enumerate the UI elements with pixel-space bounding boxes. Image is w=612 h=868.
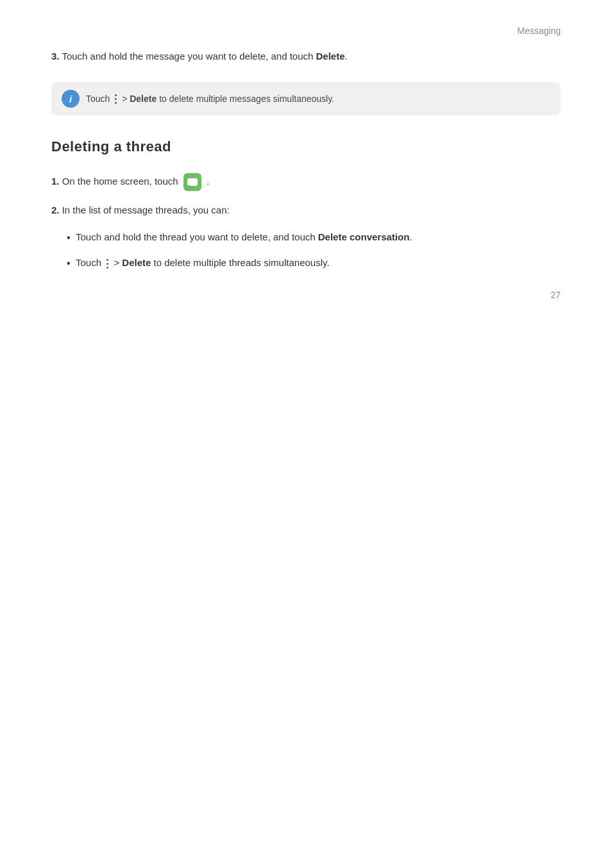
step-2: 2. In the list of message threads, you c… [51, 203, 561, 218]
info-text-middle: > [122, 94, 130, 104]
step-3-text-before: Touch and hold the message you want to d… [62, 51, 316, 62]
page-number: 27 [550, 290, 561, 300]
step-1-text-after: . [207, 176, 209, 187]
step-3: 3. Touch and hold the message you want t… [51, 49, 561, 64]
info-note-text: Touch > Delete to delete multiple messag… [86, 92, 334, 106]
bullet-1-bold: Delete conversation [318, 231, 410, 242]
step-3-text-after: . [345, 51, 348, 62]
bullet-2-text-after: to delete multiple threads simultaneousl… [151, 257, 329, 268]
bullet-2-text-middle: > [114, 257, 122, 268]
menu-dots-icon [115, 94, 117, 104]
info-bold: Delete [130, 94, 157, 104]
info-text-after: to delete multiple messages simultaneous… [157, 94, 334, 104]
section-title: Messaging [517, 26, 561, 36]
step-2-number: 2. [51, 204, 60, 215]
step-3-number: 3. [51, 51, 60, 62]
bullet-2-bold: Delete [122, 257, 151, 268]
deleting-thread-heading: Deleting a thread [51, 138, 561, 155]
menu-dots-icon-2 [106, 259, 108, 269]
step-2-text: In the list of message threads, you can: [62, 204, 230, 215]
step-1: 1. On the home screen, touch . [51, 173, 561, 191]
step-3-bold: Delete [316, 51, 345, 62]
info-text-before: Touch [86, 94, 110, 104]
bullet-item-2: Touch > Delete to delete multiple thread… [67, 255, 561, 271]
bullet-1-text-before: Touch and hold the thread you want to de… [76, 231, 318, 242]
bullet-1-text-after: . [409, 231, 412, 242]
messaging-app-icon [183, 173, 201, 191]
step-1-text-before: On the home screen, touch [62, 176, 178, 187]
bullet-2-text-before: Touch [76, 257, 101, 268]
step-1-number: 1. [51, 176, 60, 187]
info-note: i Touch > Delete to delete multiple mess… [51, 82, 561, 115]
info-icon: i [62, 90, 80, 108]
bullet-list: Touch and hold the thread you want to de… [51, 230, 561, 271]
bullet-item-1: Touch and hold the thread you want to de… [67, 230, 561, 245]
